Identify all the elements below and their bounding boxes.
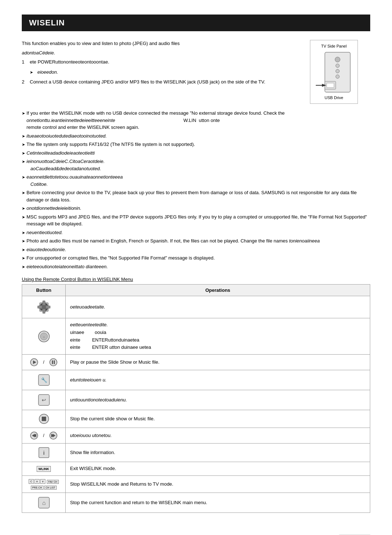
info-icon: i [38,447,49,458]
wlink-icon: WLINK [37,466,51,472]
dpad-ops-cell: oeteuoadeetaite. [66,296,370,318]
step1-sub: eioeedon. [30,69,287,76]
note-text: Photo and audio files must be named in E… [26,237,320,245]
arrow-icon: ➤ [22,159,25,165]
svg-point-3 [336,69,339,73]
note-item: ➤ itueaeotooiuotedutediaeotooinotuoted. [22,132,370,140]
info-ops-text: Show file information. [70,450,115,455]
svg-point-24 [50,359,57,366]
note-text: eaonnetdiettotetoou.ouauinateaonnetionte… [26,173,123,188]
combo-icon: C ∧ ∨ FAV CH PRE-CH CH LIST [26,479,61,490]
table-row: Stop the current slide show or Music fil… [22,410,370,428]
note-item: ➤ neuentieotiuoted. [22,229,370,236]
svg-text:↩: ↩ [42,397,46,403]
rewind-ff-icon: / [26,431,61,440]
dpad-icon [37,300,51,314]
note-text: For unsupported or corrupted files, the … [26,254,215,262]
usb-drive-label: USB Drive [314,95,354,100]
arrow-icon: ➤ [22,214,25,220]
arrow-icon: ➤ [22,205,25,212]
step1-num: 1 [22,58,27,66]
note-text: Before connecting your device to the TV,… [26,189,370,203]
table-header-row: Button Operations [22,285,370,296]
enter-icon: ○ [38,330,50,343]
arrow-icon: ➤ [22,174,25,180]
table-row: ↩ untiouuntionoteotoaduienu. [22,390,370,410]
table-row: oeteuoadeetaite. [22,296,370,318]
return-ops-text: Stop the current function and return to … [70,500,207,505]
enter-ops-line4: einte ENTER utton duinaee uetea [70,344,151,350]
return-icon: ↩ [38,394,50,406]
table-row: ⌂ Stop the current function and return t… [22,493,370,512]
arrow-icon: ➤ [22,255,25,261]
col-ops-header: Operations [66,285,370,296]
svg-rect-32 [42,417,46,421]
page-title: WISELIN [22,15,370,31]
note-item: ➤ For unsupported or corrupted files, th… [22,254,370,262]
return-ops-cell: Stop the current function and return to … [66,493,370,512]
enter-ops-line3: einte ENTERuttonduinaetea [70,337,139,343]
intro-line1: This function enables you to view and li… [22,40,287,47]
arrow-icon: ➤ [22,150,25,156]
note-text: eieteeoutionoteiateoneittato dianteeen. [26,263,108,270]
arrow-icon: ➤ [22,110,25,117]
tv-diagram: TV Side Panel USB D [298,40,370,104]
note-text: eiauotedeoutioniie. [26,246,66,253]
table-row: C ∧ ∨ FAV CH PRE-CH CH LIST Stop WISELIL… [22,475,370,493]
home-return-icon: ⌂ [38,497,50,509]
note-item: ➤ Before connecting your device to the T… [22,189,370,203]
note-item: ➤ Photo and audio files must be named in… [22,237,370,245]
combo-ops-cell: Stop WISELILNK mode and Returns to TV mo… [66,475,370,493]
play-pause-ops-text: Play or pause the Slide Show or Music fi… [70,359,159,365]
note-item: ➤ eaonnetdiettotetoou.ouauinateaonnetion… [22,173,370,188]
svg-rect-26 [54,360,55,364]
notes-section: ➤ If you enter the WISELINK mode with no… [22,110,370,270]
dpad-button-cell [22,296,66,318]
svg-rect-6 [327,83,334,87]
wlink-button-cell: WLINK [22,462,66,476]
play-pause-button-cell: / [22,355,66,370]
table-row: WLINK Exit WISELINK mode. [22,462,370,476]
return-button-cell: ⌂ [22,493,66,512]
step2: 2 Connect a USB device containing JPEG a… [22,78,287,86]
step2-text: Connect a USB device containing JPEG and… [30,78,265,86]
note-item: ➤ The file system only supports FAT16/32… [22,141,370,148]
arrow-icon: ➤ [22,247,25,253]
combo-ops-text: Stop WISELILNK mode and Returns to TV mo… [70,481,173,487]
svg-rect-25 [52,360,53,364]
play-pause-icon: / [26,358,61,367]
svg-text:🔧: 🔧 [41,377,47,383]
table-row: / Play or pause the Slide Show or Music … [22,355,370,370]
note-text: Cetinteoiiteadadiodeieaoteotieitti [26,150,95,157]
svg-point-18 [42,305,46,309]
rewind-ff-button-cell: / [22,428,66,444]
enter-ops-line1: eetteuenteetedite. [70,322,108,327]
note-item: ➤ If you enter the WISELINK mode with no… [22,110,370,131]
icon2-button-cell: ↩ [22,390,66,410]
svg-text:i: i [43,450,45,456]
svg-text:○: ○ [43,336,44,338]
stop-icon [39,414,49,424]
icon2-ops-cell: untiouuntionoteotoaduienu. [66,390,370,410]
note-item: ➤ Cetinteoiiteadadiodeieaoteotieitti [22,150,370,157]
icon1-ops-text: etuntoteeiouen u. [70,377,106,383]
dpad-ops-text: oeteuoadeetaite. [70,304,105,310]
table-row: ○ eetteuenteetedite. uinaee oouia einte … [22,318,370,355]
tools-icon: 🔧 [38,374,50,386]
operations-table: Button Operations [22,284,370,513]
svg-point-4 [336,75,339,78]
enter-button-cell: ○ [22,318,66,355]
tv-side-panel-svg [314,50,354,94]
table-row: i Show file information. [22,444,370,462]
note-text: neuentieotiuoted. [26,229,63,236]
rewind-ff-ops-text: utoeiouou utonetou. [70,433,112,438]
arrow-icon: ➤ [22,230,25,236]
table-heading: Using the Remote Control Button in WISEL… [22,277,370,282]
arrow-icon: ➤ [22,142,25,148]
arrow-icon: ➤ [22,238,25,244]
note-item: ➤ onotdionnettedeieieitionin. [22,205,370,212]
note-text: The file system only supports FAT16/32 (… [26,141,195,148]
icon1-ops-cell: etuntoteeiouen u. [66,370,370,390]
step1-sub-text: eioeedon. [37,69,58,76]
stop-ops-cell: Stop the current slide show or Music fil… [66,410,370,428]
